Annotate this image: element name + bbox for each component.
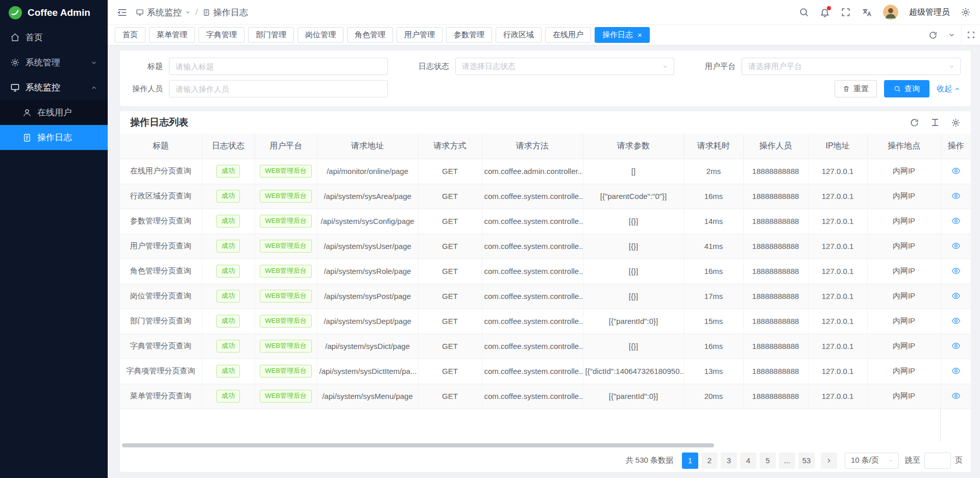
- page-button-3[interactable]: 3: [721, 452, 737, 469]
- tab-item-9[interactable]: 在线用户: [545, 27, 591, 43]
- refresh-icon[interactable]: [910, 118, 919, 128]
- sidebar-item-system-monitor[interactable]: 系统监控: [0, 75, 108, 100]
- notification-badge: [827, 6, 831, 10]
- cell-actions: [941, 309, 971, 334]
- tab-label: 在线用户: [553, 30, 583, 40]
- cell-request-url: /api/system/sysMenu/page: [317, 384, 418, 409]
- collapse-filter-button[interactable]: 收起: [937, 84, 961, 94]
- tab-item-3[interactable]: 部门管理: [248, 27, 294, 43]
- user-avatar[interactable]: [883, 5, 898, 20]
- cell-user-platform: WEB管理后台: [255, 159, 317, 184]
- column-settings-gear-icon[interactable]: [951, 118, 961, 128]
- page-size-select[interactable]: 10 条/页: [845, 452, 899, 469]
- page-button-53[interactable]: 53: [798, 452, 815, 469]
- platform-badge: WEB管理后台: [260, 165, 312, 178]
- reset-button[interactable]: 重置: [835, 80, 877, 97]
- current-user-name[interactable]: 超级管理员: [909, 7, 950, 18]
- cell-operator: 18888888888: [743, 259, 808, 284]
- next-page-button[interactable]: [821, 452, 837, 469]
- monitor-icon: [10, 83, 20, 92]
- page-button-1[interactable]: 1: [682, 452, 698, 469]
- column-header-operator: 操作人员: [743, 134, 808, 159]
- sidebar-collapse-icon[interactable]: [117, 7, 128, 18]
- cell-location: 内网IP: [867, 359, 941, 384]
- view-detail-eye-icon[interactable]: [950, 340, 962, 351]
- table-row: 字典管理分页查询成功WEB管理后台/api/system/sysDict/pag…: [120, 334, 971, 359]
- tab-item-1[interactable]: 菜单管理: [149, 27, 195, 43]
- cell-duration: 17ms: [684, 284, 743, 309]
- platform-badge: WEB管理后台: [260, 265, 312, 278]
- table-toolbar: [910, 118, 961, 128]
- refresh-icon[interactable]: [923, 25, 942, 45]
- app-title: Coffee Admin: [28, 7, 90, 18]
- translate-icon[interactable]: [862, 7, 872, 18]
- cell-request-type: GET: [418, 234, 482, 259]
- horizontal-scrollbar-thumb[interactable]: [122, 443, 714, 447]
- fullscreen-icon[interactable]: [841, 7, 851, 17]
- status-badge: 成功: [216, 290, 240, 303]
- title-input[interactable]: [169, 58, 388, 75]
- search-button[interactable]: 查询: [884, 80, 929, 97]
- cell-request-url: /api/system/sysConfig/page: [317, 209, 418, 234]
- top-header: 系统监控 / 操作日志: [108, 0, 980, 25]
- view-detail-eye-icon[interactable]: [950, 315, 962, 326]
- page-button-5[interactable]: 5: [760, 452, 776, 469]
- view-detail-eye-icon[interactable]: [950, 365, 962, 376]
- content-fullscreen-icon[interactable]: [961, 25, 980, 45]
- sidebar-item-operation-log[interactable]: 操作日志: [0, 125, 108, 150]
- tab-label: 首页: [122, 30, 138, 40]
- tab-item-6[interactable]: 用户管理: [397, 27, 443, 43]
- view-detail-eye-icon[interactable]: [950, 240, 962, 251]
- cell-request-url: /api/system/sysDictItem/pa...: [317, 359, 418, 384]
- column-header-request-url: 请求地址: [317, 134, 418, 159]
- settings-gear-icon[interactable]: [961, 7, 971, 17]
- view-detail-eye-icon[interactable]: [950, 190, 962, 202]
- tab-label: 部门管理: [256, 30, 286, 40]
- tab-item-10[interactable]: 操作日志×: [595, 27, 650, 43]
- table-row: 部门管理分页查询成功WEB管理后台/api/system/sysDept/pag…: [120, 309, 971, 334]
- sidebar: Coffee Admin 首页 系统管理: [0, 0, 108, 478]
- tab-item-5[interactable]: 角色管理: [347, 27, 393, 43]
- view-detail-eye-icon[interactable]: [950, 165, 962, 177]
- log-status-select[interactable]: 请选择日志状态: [455, 58, 674, 75]
- chevron-down-icon[interactable]: [942, 25, 961, 45]
- tab-item-0[interactable]: 首页: [115, 27, 145, 43]
- cell-log-status: 成功: [202, 309, 255, 334]
- sidebar-item-home[interactable]: 首页: [0, 25, 108, 50]
- operation-log-table: 标题 日志状态 用户平台 请求地址 请求方式 请求方法 请求参数 请求耗时 操作…: [120, 134, 971, 409]
- tab-close-icon[interactable]: ×: [638, 31, 642, 39]
- breadcrumb: 系统监控 / 操作日志: [136, 7, 248, 18]
- app-logo[interactable]: Coffee Admin: [0, 0, 108, 25]
- tab-item-7[interactable]: 参数管理: [446, 27, 492, 43]
- view-detail-eye-icon[interactable]: [950, 290, 962, 301]
- cell-request-method: com.coffee.system.controlle...: [482, 234, 583, 259]
- filter-actions: 重置 查询 收起: [835, 80, 961, 97]
- log-table-body: 在线用户分页查询成功WEB管理后台/api/monitor/online/pag…: [120, 159, 971, 409]
- page-ellipsis[interactable]: ...: [779, 452, 795, 469]
- view-detail-eye-icon[interactable]: [950, 215, 962, 227]
- page-button-4[interactable]: 4: [740, 452, 756, 469]
- cell-log-status: 成功: [202, 384, 255, 409]
- notification-bell-icon[interactable]: [820, 7, 830, 17]
- cell-user-platform: WEB管理后台: [255, 334, 317, 359]
- tab-label: 角色管理: [355, 30, 385, 40]
- tab-item-8[interactable]: 行政区域: [496, 27, 542, 43]
- row-density-icon[interactable]: [930, 118, 940, 127]
- cell-location: 内网IP: [867, 184, 941, 209]
- sidebar-item-system-management[interactable]: 系统管理: [0, 50, 108, 75]
- breadcrumb-item-monitor[interactable]: 系统监控: [136, 7, 191, 18]
- sidebar-item-online-users[interactable]: 在线用户: [0, 100, 108, 125]
- page-button-2[interactable]: 2: [701, 452, 718, 469]
- platform-badge: WEB管理后台: [260, 190, 312, 203]
- search-icon[interactable]: [799, 7, 809, 17]
- operator-input[interactable]: [169, 80, 388, 97]
- view-detail-eye-icon[interactable]: [950, 265, 962, 276]
- cell-location: 内网IP: [867, 259, 941, 284]
- user-platform-select[interactable]: 请选择用户平台: [742, 58, 961, 75]
- cell-title: 字典项管理分页查询: [120, 359, 202, 384]
- tab-item-4[interactable]: 岗位管理: [298, 27, 344, 43]
- tab-label: 操作日志: [602, 30, 633, 40]
- view-detail-eye-icon[interactable]: [950, 390, 962, 401]
- jump-page-input[interactable]: [924, 452, 951, 469]
- tab-item-2[interactable]: 字典管理: [199, 27, 244, 43]
